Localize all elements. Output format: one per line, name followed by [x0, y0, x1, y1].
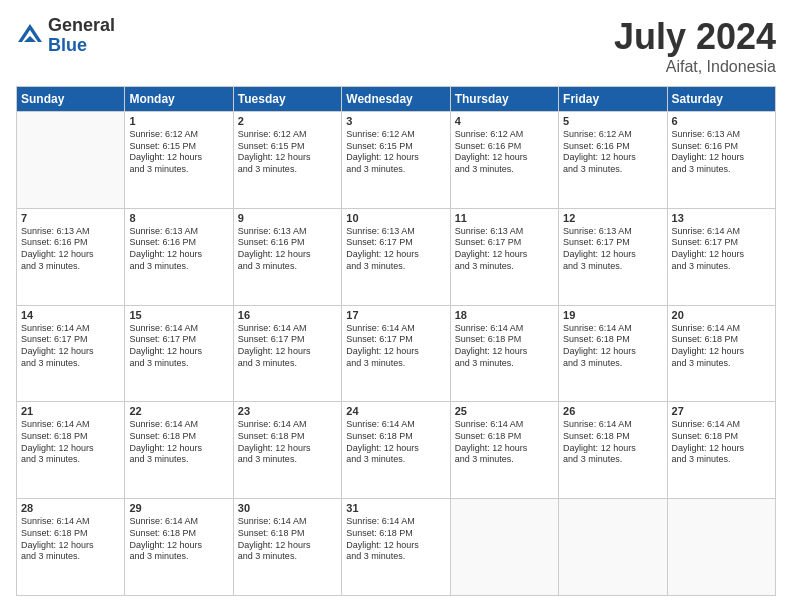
day-info: Sunrise: 6:14 AM Sunset: 6:17 PM Dayligh… [346, 323, 445, 370]
table-row: 24Sunrise: 6:14 AM Sunset: 6:18 PM Dayli… [342, 402, 450, 499]
day-info: Sunrise: 6:13 AM Sunset: 6:16 PM Dayligh… [238, 226, 337, 273]
day-info: Sunrise: 6:14 AM Sunset: 6:18 PM Dayligh… [672, 323, 771, 370]
day-number: 19 [563, 309, 662, 321]
table-row: 1Sunrise: 6:12 AM Sunset: 6:15 PM Daylig… [125, 112, 233, 209]
day-number: 5 [563, 115, 662, 127]
calendar-week-row: 28Sunrise: 6:14 AM Sunset: 6:18 PM Dayli… [17, 499, 776, 596]
table-row: 11Sunrise: 6:13 AM Sunset: 6:17 PM Dayli… [450, 208, 558, 305]
day-info: Sunrise: 6:14 AM Sunset: 6:18 PM Dayligh… [238, 516, 337, 563]
table-row: 8Sunrise: 6:13 AM Sunset: 6:16 PM Daylig… [125, 208, 233, 305]
day-info: Sunrise: 6:14 AM Sunset: 6:18 PM Dayligh… [129, 419, 228, 466]
table-row [450, 499, 558, 596]
day-number: 25 [455, 405, 554, 417]
table-row: 31Sunrise: 6:14 AM Sunset: 6:18 PM Dayli… [342, 499, 450, 596]
day-number: 29 [129, 502, 228, 514]
logo-text: General Blue [48, 16, 115, 56]
table-row: 14Sunrise: 6:14 AM Sunset: 6:17 PM Dayli… [17, 305, 125, 402]
title-block: July 2024 Aifat, Indonesia [614, 16, 776, 76]
day-number: 16 [238, 309, 337, 321]
table-row: 26Sunrise: 6:14 AM Sunset: 6:18 PM Dayli… [559, 402, 667, 499]
day-number: 6 [672, 115, 771, 127]
table-row [559, 499, 667, 596]
table-row: 18Sunrise: 6:14 AM Sunset: 6:18 PM Dayli… [450, 305, 558, 402]
day-info: Sunrise: 6:14 AM Sunset: 6:17 PM Dayligh… [238, 323, 337, 370]
location: Aifat, Indonesia [614, 58, 776, 76]
day-info: Sunrise: 6:13 AM Sunset: 6:16 PM Dayligh… [21, 226, 120, 273]
table-row: 21Sunrise: 6:14 AM Sunset: 6:18 PM Dayli… [17, 402, 125, 499]
day-info: Sunrise: 6:14 AM Sunset: 6:18 PM Dayligh… [346, 419, 445, 466]
day-number: 23 [238, 405, 337, 417]
day-info: Sunrise: 6:12 AM Sunset: 6:15 PM Dayligh… [346, 129, 445, 176]
day-info: Sunrise: 6:14 AM Sunset: 6:18 PM Dayligh… [21, 516, 120, 563]
day-number: 27 [672, 405, 771, 417]
table-row: 13Sunrise: 6:14 AM Sunset: 6:17 PM Dayli… [667, 208, 775, 305]
day-info: Sunrise: 6:14 AM Sunset: 6:18 PM Dayligh… [455, 419, 554, 466]
day-number: 26 [563, 405, 662, 417]
day-info: Sunrise: 6:13 AM Sunset: 6:17 PM Dayligh… [563, 226, 662, 273]
day-info: Sunrise: 6:14 AM Sunset: 6:18 PM Dayligh… [238, 419, 337, 466]
col-monday: Monday [125, 87, 233, 112]
table-row: 29Sunrise: 6:14 AM Sunset: 6:18 PM Dayli… [125, 499, 233, 596]
day-info: Sunrise: 6:13 AM Sunset: 6:17 PM Dayligh… [346, 226, 445, 273]
day-number: 28 [21, 502, 120, 514]
day-info: Sunrise: 6:14 AM Sunset: 6:18 PM Dayligh… [455, 323, 554, 370]
day-number: 11 [455, 212, 554, 224]
day-number: 2 [238, 115, 337, 127]
calendar-week-row: 7Sunrise: 6:13 AM Sunset: 6:16 PM Daylig… [17, 208, 776, 305]
table-row: 12Sunrise: 6:13 AM Sunset: 6:17 PM Dayli… [559, 208, 667, 305]
day-number: 22 [129, 405, 228, 417]
table-row: 22Sunrise: 6:14 AM Sunset: 6:18 PM Dayli… [125, 402, 233, 499]
table-row: 4Sunrise: 6:12 AM Sunset: 6:16 PM Daylig… [450, 112, 558, 209]
day-number: 8 [129, 212, 228, 224]
day-info: Sunrise: 6:14 AM Sunset: 6:18 PM Dayligh… [129, 516, 228, 563]
day-info: Sunrise: 6:12 AM Sunset: 6:15 PM Dayligh… [129, 129, 228, 176]
table-row: 17Sunrise: 6:14 AM Sunset: 6:17 PM Dayli… [342, 305, 450, 402]
day-number: 4 [455, 115, 554, 127]
day-info: Sunrise: 6:14 AM Sunset: 6:17 PM Dayligh… [21, 323, 120, 370]
logo-icon [16, 22, 44, 50]
day-number: 15 [129, 309, 228, 321]
logo: General Blue [16, 16, 115, 56]
page: General Blue July 2024 Aifat, Indonesia … [0, 0, 792, 612]
day-info: Sunrise: 6:14 AM Sunset: 6:18 PM Dayligh… [21, 419, 120, 466]
day-number: 9 [238, 212, 337, 224]
day-info: Sunrise: 6:13 AM Sunset: 6:17 PM Dayligh… [455, 226, 554, 273]
day-info: Sunrise: 6:12 AM Sunset: 6:16 PM Dayligh… [563, 129, 662, 176]
day-number: 21 [21, 405, 120, 417]
day-number: 30 [238, 502, 337, 514]
table-row: 25Sunrise: 6:14 AM Sunset: 6:18 PM Dayli… [450, 402, 558, 499]
col-tuesday: Tuesday [233, 87, 341, 112]
day-number: 7 [21, 212, 120, 224]
col-sunday: Sunday [17, 87, 125, 112]
day-number: 14 [21, 309, 120, 321]
table-row: 6Sunrise: 6:13 AM Sunset: 6:16 PM Daylig… [667, 112, 775, 209]
table-row: 7Sunrise: 6:13 AM Sunset: 6:16 PM Daylig… [17, 208, 125, 305]
calendar-week-row: 21Sunrise: 6:14 AM Sunset: 6:18 PM Dayli… [17, 402, 776, 499]
table-row: 16Sunrise: 6:14 AM Sunset: 6:17 PM Dayli… [233, 305, 341, 402]
day-number: 24 [346, 405, 445, 417]
header: General Blue July 2024 Aifat, Indonesia [16, 16, 776, 76]
day-number: 13 [672, 212, 771, 224]
table-row: 5Sunrise: 6:12 AM Sunset: 6:16 PM Daylig… [559, 112, 667, 209]
calendar-week-row: 1Sunrise: 6:12 AM Sunset: 6:15 PM Daylig… [17, 112, 776, 209]
day-info: Sunrise: 6:14 AM Sunset: 6:18 PM Dayligh… [563, 323, 662, 370]
day-info: Sunrise: 6:14 AM Sunset: 6:18 PM Dayligh… [346, 516, 445, 563]
month-year: July 2024 [614, 16, 776, 58]
col-thursday: Thursday [450, 87, 558, 112]
table-row: 23Sunrise: 6:14 AM Sunset: 6:18 PM Dayli… [233, 402, 341, 499]
calendar-week-row: 14Sunrise: 6:14 AM Sunset: 6:17 PM Dayli… [17, 305, 776, 402]
logo-general: General [48, 16, 115, 36]
day-number: 1 [129, 115, 228, 127]
col-saturday: Saturday [667, 87, 775, 112]
calendar-table: Sunday Monday Tuesday Wednesday Thursday… [16, 86, 776, 596]
table-row: 2Sunrise: 6:12 AM Sunset: 6:15 PM Daylig… [233, 112, 341, 209]
table-row: 28Sunrise: 6:14 AM Sunset: 6:18 PM Dayli… [17, 499, 125, 596]
day-number: 3 [346, 115, 445, 127]
day-info: Sunrise: 6:14 AM Sunset: 6:17 PM Dayligh… [129, 323, 228, 370]
day-info: Sunrise: 6:12 AM Sunset: 6:16 PM Dayligh… [455, 129, 554, 176]
day-number: 10 [346, 212, 445, 224]
day-info: Sunrise: 6:14 AM Sunset: 6:18 PM Dayligh… [563, 419, 662, 466]
table-row [17, 112, 125, 209]
table-row: 19Sunrise: 6:14 AM Sunset: 6:18 PM Dayli… [559, 305, 667, 402]
day-info: Sunrise: 6:13 AM Sunset: 6:16 PM Dayligh… [129, 226, 228, 273]
